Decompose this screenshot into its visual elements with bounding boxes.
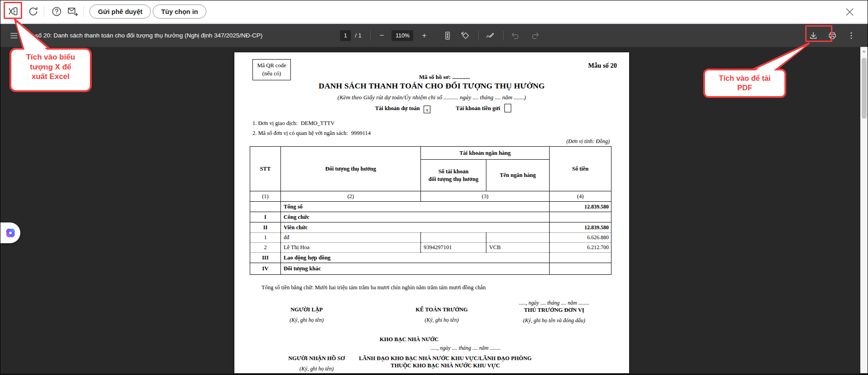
ai-assistant-button[interactable]	[0, 222, 20, 243]
page-total-label: / 1	[355, 32, 361, 39]
deposit-account-checkbox	[504, 104, 511, 112]
treasury-title: KHO BẠC NHÀ NƯỚC	[380, 336, 439, 343]
qr-label-line1: Mã QR code	[253, 61, 290, 69]
close-icon	[844, 6, 855, 18]
receiver-note: (Ký, ghi họ tên)	[299, 366, 333, 372]
pdf-controls: 1 / 1 − 110% +	[340, 24, 541, 47]
creator-title: NGƯỜI LẬP	[290, 306, 322, 313]
send-mail-button[interactable]	[65, 3, 81, 19]
dossier-code: Mã số hồ sơ: ............	[234, 74, 629, 81]
col-header-beneficiary: Đối tượng thụ hưởng	[281, 147, 421, 191]
help-button[interactable]	[48, 3, 65, 19]
rotate-button[interactable]	[459, 29, 472, 42]
head-note: (Ký, ghi họ tên và đóng dấu)	[523, 317, 585, 324]
treasury-date-line: ....., ngày .... tháng .... năm ........	[430, 345, 500, 352]
zoom-out-button[interactable]: −	[376, 30, 387, 41]
ai-assistant-icon	[4, 227, 17, 239]
account-type-row: Tài khoản dự toánxTài khoản tiền gửi	[234, 104, 629, 113]
toolbar-divider	[503, 31, 504, 41]
send-mail-icon	[67, 5, 79, 17]
document-title: DANH SÁCH THANH TOÁN CHO ĐỐI TƯỢNG THỤ H…	[234, 81, 629, 91]
table-row-group-IV: IV Đối tượng khác	[250, 263, 611, 275]
close-button[interactable]	[841, 4, 858, 20]
vertical-scrollbar[interactable]	[860, 47, 868, 375]
draw-icon	[485, 31, 495, 41]
redo-button[interactable]	[529, 29, 541, 42]
fit-page-button[interactable]	[441, 29, 454, 42]
toolbar-divider	[84, 6, 84, 17]
zoom-in-button[interactable]: +	[419, 30, 429, 41]
table-row-group-I: I Công chức	[250, 212, 611, 222]
treasury-leader-line2: THUỘC KHO BẠC NHÀ NƯỚC KHU VỰC	[391, 362, 500, 369]
estimate-account-label: Tài khoản dự toán	[375, 105, 420, 111]
scrollbar-thumb[interactable]	[862, 58, 867, 119]
currency-note: (Đơn vị tính: Đồng)	[566, 138, 610, 145]
col-header-account: Số tài khoản đối tượng thụ hưởng	[421, 160, 486, 191]
undo-icon	[510, 31, 520, 41]
toolbar-divider	[44, 6, 44, 17]
page-number-input[interactable]: 1	[340, 30, 351, 41]
receiver-title: NGƯỜI NHẬN HỒ SƠ	[288, 355, 345, 362]
col-header-amount: Số tiền	[550, 147, 611, 191]
window-bottom-edge	[0, 373, 868, 375]
table-row-total: Tổng số 12.839.580	[250, 202, 611, 212]
fit-page-icon	[443, 31, 453, 41]
document-page: Mã QR code (nếu có) Mẫu số 20 Mã số hồ s…	[234, 52, 629, 375]
redo-icon	[530, 31, 540, 41]
amount-in-words: Tổng số tiền bằng chữ: Mười hai triệu tá…	[261, 284, 485, 291]
more-options-icon	[847, 31, 856, 40]
head-date-line: ....., ngày .... tháng .... năm ........	[519, 300, 589, 306]
excel-export-icon	[7, 5, 19, 17]
excel-callout-text: Tích vào biểu tượng X để xuất Excel	[10, 52, 91, 82]
draw-button[interactable]	[484, 29, 497, 42]
print-icon	[827, 31, 837, 41]
form-number: Mẫu số 20	[588, 62, 617, 69]
app-window: Gửi phê duyệt Tùy chọn in Mẫu số 20: Dan…	[0, 0, 868, 375]
toolbar-divider	[370, 31, 371, 41]
transaction-unit-value: DEMO_TTTV	[301, 120, 335, 126]
document-subtitle: (Kèm theo Giấy rút dự toán/Ủy nhiệm chi …	[234, 94, 629, 101]
budget-code-value: 9999114	[351, 130, 370, 136]
accountant-title: KẾ TOÁN TRƯỞNG	[415, 306, 468, 313]
accountant-note: (Ký, ghi họ tên)	[425, 317, 458, 324]
print-button[interactable]	[826, 29, 839, 42]
column-number-row: (1) (2) (3) (4)	[250, 191, 611, 202]
zoom-level-label[interactable]: 110%	[392, 30, 413, 41]
more-options-button[interactable]	[845, 29, 858, 42]
deposit-account-label: Tài khoản tiền gửi	[456, 105, 500, 111]
rotate-icon	[461, 31, 471, 41]
scroll-up-icon[interactable]	[861, 49, 867, 54]
refresh-button[interactable]	[25, 3, 41, 19]
col-header-bank-name: Tên ngân hàng	[486, 160, 550, 191]
col-header-bank-group: Tài khoản ngân hàng	[421, 147, 550, 160]
table-row-detail-1: 1 dđ 6.626.880	[250, 233, 611, 243]
transaction-unit-line: 1. Đơn vị giao dịch:DEMO_TTTV	[252, 120, 335, 127]
export-excel-button[interactable]	[5, 3, 21, 19]
table-row-group-II: II Viên chức 12.839.580	[250, 222, 611, 233]
creator-note: (Ký, ghi họ tên)	[289, 317, 323, 324]
table-row-detail-2: 2 Lê Thị Hoa 9394297101 VCB 6.212.700	[250, 243, 611, 253]
treasury-leader-line1: LÃNH ĐẠO KHO BẠC NHÀ NƯỚC KHU VỰC/LÃNH Đ…	[359, 355, 532, 362]
send-approval-button[interactable]: Gửi phê duyệt	[89, 5, 151, 19]
payment-table: STT Đối tượng thụ hưởng Tài khoản ngân h…	[250, 146, 611, 275]
head-title: THỦ TRƯỞNG ĐƠN VỊ	[524, 307, 584, 314]
col-header-stt: STT	[250, 147, 281, 191]
toolbar-divider	[478, 31, 479, 41]
top-toolbar: Gửi phê duyệt Tùy chọn in	[0, 0, 868, 23]
budget-code-line: 2. Mã số đơn vị có quan hệ với ngân sách…	[252, 130, 371, 137]
refresh-icon	[28, 6, 39, 17]
pdf-callout-text: Tích vào để tải PDF	[704, 74, 785, 93]
print-options-button[interactable]: Tùy chọn in	[153, 5, 206, 19]
undo-button[interactable]	[509, 29, 522, 42]
table-row-group-III: III Lao động hợp đồng	[250, 253, 611, 263]
estimate-account-checkbox: x	[424, 106, 430, 113]
help-icon	[51, 6, 62, 17]
